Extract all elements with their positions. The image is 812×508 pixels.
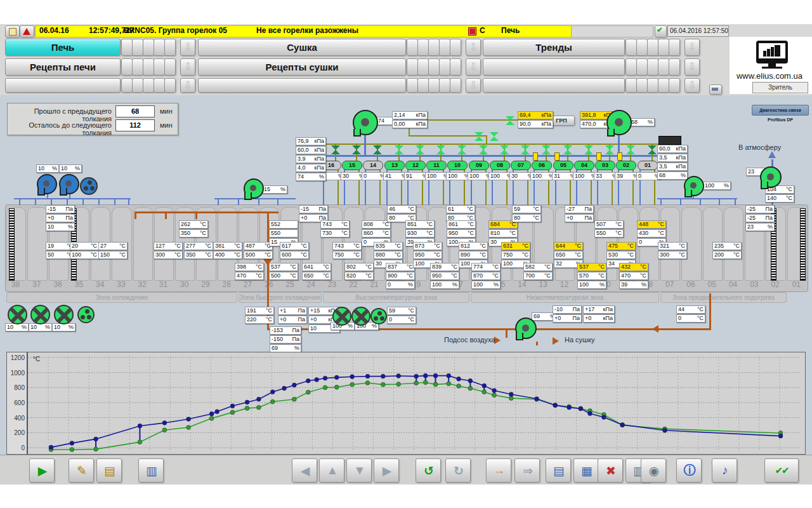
- disc-fan-icon[interactable]: [80, 177, 98, 195]
- nav-button-empty-1-2[interactable]: [198, 78, 406, 93]
- nav-quick-slot[interactable]: [647, 78, 658, 93]
- burner-valve-10[interactable]: [457, 145, 466, 154]
- axial-fan-icon[interactable]: [351, 307, 370, 326]
- axial-fan-icon[interactable]: [8, 305, 27, 324]
- copy-button[interactable]: ▥: [138, 458, 164, 483]
- burner-group-04[interactable]: 04: [574, 161, 594, 170]
- nav-quick-slot[interactable]: [407, 78, 418, 93]
- nav-quick-slot[interactable]: [121, 78, 133, 93]
- nav-quick-slot[interactable]: [669, 39, 680, 56]
- nav-quick-slot[interactable]: [121, 39, 133, 56]
- nav-quick-slot[interactable]: [428, 39, 440, 56]
- nav-quick-slot[interactable]: [428, 78, 440, 93]
- nav-quick-slot[interactable]: [647, 39, 658, 56]
- preheat-fan-icon[interactable]: [684, 176, 705, 201]
- nav-quick-slot[interactable]: [164, 39, 176, 56]
- nav-button-печь[interactable]: Печь: [5, 39, 121, 56]
- burner-group-13[interactable]: 13: [384, 161, 405, 170]
- burner-group-02[interactable]: 02: [616, 161, 636, 170]
- burner-group-15[interactable]: 15: [342, 161, 362, 170]
- burner-group-14[interactable]: 14: [363, 161, 383, 170]
- nav-quick-slot[interactable]: [121, 58, 133, 76]
- nav-quick-slot[interactable]: [669, 58, 680, 76]
- nav-dropdown-arrow-icon[interactable]: ⇩: [180, 39, 195, 56]
- nav-quick-slot[interactable]: [625, 58, 637, 76]
- axial-fan-icon[interactable]: [54, 305, 74, 324]
- nav-quick-slot[interactable]: [154, 78, 165, 93]
- save-button[interactable]: ▦: [573, 458, 599, 483]
- axial-fan-icon[interactable]: [30, 305, 50, 324]
- nav-quick-slot[interactable]: [407, 58, 418, 76]
- nav-quick-slot[interactable]: [658, 39, 669, 56]
- burner-valve-05[interactable]: [563, 145, 572, 154]
- setup-button[interactable]: ✎: [69, 458, 94, 483]
- journal-button[interactable]: ▤: [96, 458, 122, 483]
- cooling-fan-icon[interactable]: [37, 174, 58, 199]
- nav-quick-slot[interactable]: [154, 39, 165, 56]
- burner-group-11[interactable]: 11: [426, 161, 447, 170]
- nav-quick-slot[interactable]: [450, 39, 461, 56]
- sound-button[interactable]: ♪: [712, 458, 737, 483]
- nav-quick-slot[interactable]: [625, 39, 637, 56]
- nav-quick-slot[interactable]: [132, 78, 143, 93]
- nav-quick-slot[interactable]: [450, 58, 461, 76]
- nav-quick-slot[interactable]: [669, 78, 680, 93]
- nav-quick-slot[interactable]: [439, 58, 450, 76]
- nav-button-тренды[interactable]: Тренды: [483, 39, 625, 56]
- nav-dropdown-arrow-icon[interactable]: ⇩: [684, 58, 700, 76]
- nav-dropdown-arrow-icon[interactable]: ⇩: [684, 39, 700, 56]
- nav-button-empty-2-1[interactable]: [483, 58, 625, 76]
- gas-valve-icon[interactable]: [475, 132, 483, 141]
- burner-group-12[interactable]: 12: [405, 161, 426, 170]
- nav-button-empty-2-2[interactable]: [483, 78, 625, 93]
- burner-valve-12[interactable]: [416, 145, 424, 154]
- burner-valve-08[interactable]: [500, 145, 509, 154]
- nav-quick-slot[interactable]: [164, 78, 176, 93]
- nav-quick-slot[interactable]: [636, 78, 648, 93]
- nav-quick-slot[interactable]: [450, 78, 461, 93]
- nav-quick-slot[interactable]: [647, 58, 658, 76]
- nav-down-button[interactable]: ▼: [346, 458, 372, 483]
- logout-button[interactable]: ⇒: [514, 458, 540, 483]
- preview-button[interactable]: ◉: [641, 458, 666, 483]
- burner-group-01[interactable]: 01: [638, 161, 658, 170]
- dryer-transfer-fan-icon[interactable]: [515, 318, 538, 344]
- nav-quick-slot[interactable]: [164, 58, 176, 76]
- nav-up-button[interactable]: ▲: [319, 458, 344, 483]
- burner-valve-07[interactable]: [521, 145, 530, 154]
- confirm-button[interactable]: ✔✔: [764, 458, 799, 483]
- burner-valve-03[interactable]: [605, 145, 614, 154]
- nav-right-button[interactable]: ▶: [374, 458, 399, 483]
- nav-dropdown-arrow-icon[interactable]: ⇩: [466, 78, 481, 93]
- start-button[interactable]: ▶: [29, 458, 55, 483]
- axial-fan-icon[interactable]: [332, 307, 351, 326]
- nav-quick-slot[interactable]: [132, 58, 143, 76]
- burner-valve-06[interactable]: [542, 145, 551, 154]
- nav-dropdown-arrow-icon[interactable]: ⇩: [466, 39, 481, 56]
- main-air-fan-icon[interactable]: [353, 110, 379, 140]
- burner-group-06[interactable]: 06: [532, 161, 552, 170]
- gas-valve-icon[interactable]: [506, 116, 514, 125]
- nav-quick-slot[interactable]: [407, 39, 418, 56]
- nav-quick-slot[interactable]: [417, 58, 429, 76]
- nav-quick-slot[interactable]: [428, 58, 440, 76]
- nav-dropdown-arrow-icon[interactable]: ⇩: [180, 58, 195, 76]
- reports-button[interactable]: ▤: [546, 458, 571, 483]
- delete-button[interactable]: ✖: [598, 458, 623, 483]
- nav-quick-slot[interactable]: [439, 78, 450, 93]
- burner-valve-15[interactable]: [352, 145, 361, 154]
- burner-group-10[interactable]: 10: [447, 161, 468, 170]
- burner-valve-04[interactable]: [584, 145, 593, 154]
- nav-quick-slot[interactable]: [625, 78, 637, 93]
- burner-valve-02[interactable]: [626, 145, 635, 154]
- burner-valve-01[interactable]: [648, 145, 657, 154]
- nav-quick-slot[interactable]: [658, 78, 669, 93]
- nav-quick-slot[interactable]: [143, 39, 154, 56]
- nav-button-сушка[interactable]: Сушка: [198, 39, 406, 56]
- exhaust-atm-fan-icon[interactable]: [760, 166, 783, 193]
- gas-valve-icon[interactable]: [490, 132, 499, 141]
- nav-button-рецепты-сушки[interactable]: Рецепты сушки: [198, 58, 406, 76]
- nav-quick-slot[interactable]: [143, 58, 154, 76]
- burner-group-05[interactable]: 05: [553, 161, 573, 170]
- nav-quick-slot[interactable]: [636, 39, 648, 56]
